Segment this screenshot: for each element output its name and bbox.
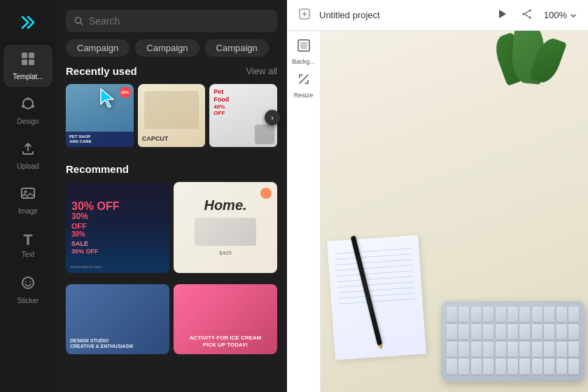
editor-tools: 100% bbox=[493, 6, 577, 24]
recommend-section: Recommend 30% OFF 30% OFF 30% SALE www.c… bbox=[66, 163, 277, 273]
image-icon bbox=[20, 186, 36, 204]
editor-panel: Untitled project 100% bbox=[287, 0, 588, 392]
canvas-area[interactable] bbox=[321, 31, 588, 392]
icon-sidebar: Templat... Design Upload bbox=[0, 0, 56, 392]
svg-rect-4 bbox=[29, 59, 34, 65]
sidebar-item-design-label: Design bbox=[17, 118, 38, 125]
svg-point-18 bbox=[522, 13, 524, 15]
svg-point-8 bbox=[22, 105, 24, 108]
recommend-header: Recommend bbox=[66, 163, 277, 175]
template-capcut[interactable]: CAPCUT bbox=[138, 84, 206, 152]
search-input[interactable] bbox=[89, 15, 269, 27]
template-people[interactable]: DESIGN STUDIOCREATIVE & ENTHUSIASM bbox=[66, 284, 169, 354]
svg-point-17 bbox=[528, 10, 531, 12]
svg-point-19 bbox=[528, 17, 531, 19]
sidebar-item-design[interactable]: Design bbox=[4, 90, 52, 132]
sidebar-item-sticker[interactable]: Sticker bbox=[4, 269, 52, 311]
background-tool[interactable]: Backg... bbox=[290, 36, 318, 67]
svg-point-14 bbox=[75, 18, 80, 23]
svg-marker-16 bbox=[499, 10, 506, 18]
content-area: Recently used View all 30% PET SHOPAND C… bbox=[56, 65, 287, 392]
zoom-value: 100% bbox=[544, 10, 567, 20]
recently-used-grid: 30% PET SHOPAND CARE CAPCUT bbox=[66, 84, 277, 152]
app-logo bbox=[13, 7, 43, 38]
sale-text: 30% OFF bbox=[71, 200, 119, 213]
recently-used-header: Recently used View all bbox=[66, 65, 277, 77]
filter-chip-0[interactable]: Campaign bbox=[66, 39, 130, 57]
search-bar[interactable] bbox=[66, 10, 277, 32]
recently-used-title: Recently used bbox=[66, 65, 137, 77]
svg-point-11 bbox=[22, 277, 34, 288]
svg-rect-3 bbox=[22, 59, 27, 65]
sidebar-item-image[interactable]: Image bbox=[4, 179, 52, 221]
filter-chip-2[interactable]: Campaign bbox=[205, 39, 269, 57]
svg-rect-21 bbox=[300, 42, 307, 49]
filter-chips: Campaign Campaign Campaign bbox=[56, 39, 287, 65]
recommend-title: Recommend bbox=[66, 163, 129, 175]
sidebar-item-text[interactable]: T Text bbox=[4, 224, 52, 266]
template-panel: Campaign Campaign Campaign Recently used… bbox=[56, 0, 287, 392]
recently-used-section: Recently used View all 30% PET SHOPAND C… bbox=[66, 65, 277, 152]
view-all-button[interactable]: View all bbox=[246, 66, 277, 76]
svg-point-13 bbox=[29, 281, 31, 283]
svg-point-10 bbox=[24, 190, 27, 193]
templates-icon bbox=[20, 51, 36, 70]
recommend-grid: 30% OFF 30% OFF 30% SALE www.capcut.com … bbox=[66, 182, 277, 273]
canvas-content bbox=[321, 31, 588, 392]
svg-point-12 bbox=[25, 281, 27, 283]
project-title: Untitled project bbox=[319, 10, 485, 20]
sidebar-item-sticker-label: Sticker bbox=[18, 297, 39, 304]
editor-header: Untitled project 100% bbox=[287, 0, 588, 31]
sidebar-item-upload[interactable]: Upload bbox=[4, 134, 52, 176]
svg-rect-1 bbox=[22, 52, 27, 58]
play-button[interactable] bbox=[493, 6, 510, 24]
project-icon bbox=[298, 8, 311, 23]
sidebar-item-text-label: Text bbox=[22, 251, 34, 258]
template-icecream[interactable]: ACTIVITY FOR ICE CREAMPICK UP TODAY! bbox=[174, 284, 277, 354]
share-button[interactable] bbox=[519, 6, 536, 24]
background-tool-label: Backg... bbox=[292, 58, 315, 65]
svg-point-5 bbox=[23, 99, 33, 108]
text-icon: T bbox=[23, 232, 32, 248]
background-icon bbox=[297, 38, 311, 56]
grid-next-button[interactable]: › bbox=[265, 110, 280, 125]
resize-tool-label: Resize bbox=[294, 92, 314, 99]
svg-rect-2 bbox=[29, 52, 34, 58]
sidebar-item-templates-label: Templat... bbox=[13, 73, 43, 80]
sidebar-item-upload-label: Upload bbox=[17, 162, 39, 170]
upload-icon bbox=[20, 141, 36, 160]
sidebar-item-templates[interactable]: Templat... bbox=[4, 45, 52, 87]
resize-icon bbox=[297, 72, 311, 90]
recommend-sale[interactable]: 30% OFF 30% OFF 30% SALE www.capcut.com … bbox=[66, 182, 169, 273]
svg-point-6 bbox=[27, 97, 29, 100]
filter-chip-1[interactable]: Campaign bbox=[135, 39, 199, 57]
side-tools: Backg... Resize bbox=[287, 31, 321, 392]
sticker-icon bbox=[20, 275, 36, 294]
zoom-control[interactable]: 100% bbox=[544, 10, 577, 20]
resize-tool[interactable]: Resize bbox=[290, 70, 318, 101]
recommend-home[interactable]: Home. $405 bbox=[174, 182, 277, 273]
search-icon bbox=[74, 16, 83, 26]
design-icon bbox=[20, 96, 36, 115]
bottom-grid: DESIGN STUDIOCREATIVE & ENTHUSIASM ACTIV… bbox=[66, 284, 277, 354]
svg-point-7 bbox=[31, 105, 34, 108]
sidebar-item-image-label: Image bbox=[18, 207, 38, 215]
template-pet-shop[interactable]: 30% PET SHOPAND CARE bbox=[66, 84, 134, 152]
